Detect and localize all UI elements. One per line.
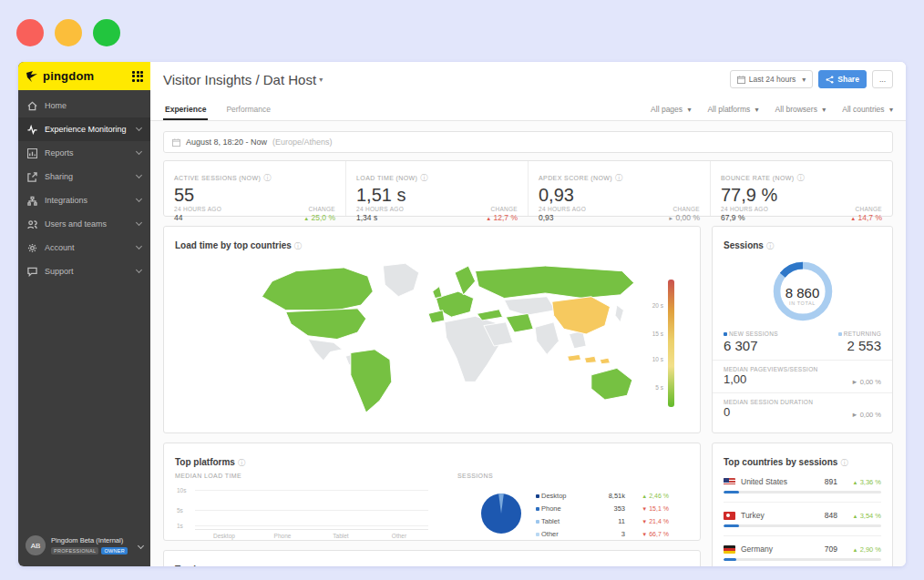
share-label: Share <box>837 75 859 84</box>
time-range-button[interactable]: Last 24 hours ▾ <box>730 70 814 88</box>
calendar-icon <box>172 138 180 147</box>
pingdom-bird-icon <box>26 71 38 82</box>
info-icon[interactable]: ⓘ <box>766 242 774 250</box>
minimize-window-button[interactable] <box>55 19 82 46</box>
legend-name: Tablet <box>541 517 560 525</box>
share-button[interactable]: Share <box>818 70 867 88</box>
tab-performance[interactable]: Performance <box>224 105 272 120</box>
country-row-germany[interactable]: Germany709▲ 2,90 % <box>724 544 881 561</box>
kpi-ago-value: 0,93 <box>539 213 586 222</box>
info-icon[interactable]: ⓘ <box>615 174 622 182</box>
kpi-change-value: 0,00 % <box>676 213 700 222</box>
median-load-time-chart: MEDIAN LOAD TIME 10s 5s 1s <box>175 473 448 540</box>
kpi-ago-value: 1,34 s <box>356 213 404 222</box>
change-arrow-icon: ▼ <box>642 519 647 524</box>
legend-gradient-bar <box>668 280 674 407</box>
info-icon[interactable]: ⓘ <box>797 174 805 182</box>
kpi-value: 1,51 s <box>356 185 518 206</box>
kpi-ago-label: 24 HOURS AGO <box>356 206 404 212</box>
legend-value: 8,51k <box>589 492 625 500</box>
sessions-pie-chart[interactable] <box>479 492 523 535</box>
filter-all-pages[interactable]: All pages ▾ <box>651 105 691 114</box>
date-range-bar[interactable]: August 8, 18:20 - Now (Europe/Athens) <box>163 131 893 153</box>
close-window-button[interactable] <box>16 19 44 46</box>
sidebar-item-label: Users and teams <box>45 219 107 229</box>
legend-tick: 10 s <box>652 356 663 362</box>
sidebar-item-account[interactable]: Account <box>18 236 150 259</box>
sidebar-item-label: Experience Monitoring <box>45 125 127 134</box>
chevron-down-icon <box>136 196 142 202</box>
sidebar-item-reports[interactable]: Reports <box>18 141 150 165</box>
date-range-text: August 8, 18:20 - Now <box>186 137 267 147</box>
info-icon[interactable]: ⓘ <box>238 459 245 467</box>
info-icon[interactable]: ⓘ <box>263 174 271 182</box>
info-icon[interactable]: ⓘ <box>840 459 847 467</box>
x-category: Other <box>384 533 415 539</box>
change-arrow-icon: ► <box>668 216 673 221</box>
country-row-turkey[interactable]: Turkey848▲ 3,54 % <box>724 511 881 527</box>
sidebar-item-experience-monitoring[interactable]: Experience Monitoring <box>18 117 150 141</box>
chevron-down-icon: ▾ <box>802 76 806 84</box>
world-map-choropleth[interactable] <box>255 259 656 420</box>
legend-tick: 20 s <box>652 302 663 309</box>
tab-experience[interactable]: Experience <box>163 105 208 120</box>
more-options-button[interactable]: ... <box>872 70 893 88</box>
sidebar-item-sharing[interactable]: Sharing <box>18 165 150 188</box>
map-color-legend: 20 s 15 s 10 s 5 s <box>651 280 683 407</box>
sidebar-item-label: Support <box>45 267 74 276</box>
account-name: Pingdom Beta (Internal) <box>51 536 128 545</box>
chevron-down-icon <box>136 172 142 178</box>
country-progress-bar <box>724 558 881 561</box>
legend-change: 21,4 % <box>649 518 669 524</box>
kpi-apdex-score: APDEX SCORE (NOW)ⓘ 0,93 24 HOURS AGO0,93… <box>529 161 711 216</box>
plan-badge: PROFESSIONAL <box>51 547 98 555</box>
title-dropdown-icon[interactable]: ▾ <box>319 76 323 84</box>
country-row-united-states[interactable]: United States891▲ 3,36 % <box>724 477 881 494</box>
new-sessions-value: 6 307 <box>724 338 778 353</box>
kpi-value: 77,9 % <box>721 185 882 206</box>
filter-all-platforms[interactable]: All platforms ▾ <box>707 105 758 114</box>
x-category: Tablet <box>325 533 356 539</box>
kpi-change-value: 25,0 % <box>312 213 335 222</box>
country-progress-bar <box>724 491 881 494</box>
chevron-down-icon <box>136 125 142 131</box>
chat-bubble-icon <box>27 267 37 277</box>
avatar: AB <box>26 535 46 555</box>
sessions-donut-chart[interactable] <box>771 259 835 323</box>
app-switcher-icon[interactable] <box>132 71 143 82</box>
sidebar-item-support[interactable]: Support <box>18 259 150 283</box>
page-header: Visitor Insights / Dat Host ▾ Last 24 ho… <box>150 62 906 97</box>
germany-flag-icon <box>724 545 735 554</box>
sidebar-item-home[interactable]: Home <box>18 94 150 117</box>
account-switcher[interactable]: AB Pingdom Beta (Internal) PROFESSIONAL … <box>18 526 150 566</box>
load-time-map-panel: Load time by top countriesⓘ <box>163 226 701 433</box>
pulse-icon <box>27 125 37 135</box>
kpi-label: APDEX SCORE (NOW) <box>539 175 612 181</box>
main-content: Visitor Insights / Dat Host ▾ Last 24 ho… <box>150 62 906 566</box>
legend-dot <box>724 332 727 336</box>
kpi-ago-value: 44 <box>174 213 221 222</box>
info-icon[interactable]: ⓘ <box>420 174 427 182</box>
sidebar-item-label: Account <box>45 243 75 252</box>
panel-title: Top platforms <box>175 457 235 467</box>
filter-all-browsers[interactable]: All browsers ▾ <box>775 105 826 114</box>
kpi-change-value: 12,7 % <box>494 213 518 222</box>
chevron-down-icon <box>136 148 142 155</box>
legend-change: 66,7 % <box>649 531 669 537</box>
legend-change: 15,1 % <box>649 505 669 512</box>
maximize-window-button[interactable] <box>93 19 120 46</box>
kpi-change-label: CHANGE <box>668 206 700 212</box>
info-icon[interactable]: ⓘ <box>294 242 302 250</box>
sidebar-item-users-and-teams[interactable]: Users and teams <box>18 212 150 236</box>
logo-bar: pingdom <box>18 62 150 90</box>
filter-all-countries[interactable]: All countries ▾ <box>842 105 893 114</box>
panel-title: Top countries by sessions <box>724 457 837 467</box>
sidebar-item-integrations[interactable]: Integrations <box>18 188 150 212</box>
legend-row-tablet: Tablet 11 ▼ 21,4 % <box>536 514 689 527</box>
panel-title: Load time by top countries <box>175 240 292 250</box>
us-flag-icon <box>724 478 735 486</box>
top-countries-panel: Top countries by sessionsⓘ United States… <box>712 443 893 566</box>
sidebar-item-label: Home <box>45 101 67 110</box>
sidebar-nav: Home Experience Monitoring Reports Shari… <box>18 90 150 283</box>
role-badge: OWNER <box>101 547 128 555</box>
